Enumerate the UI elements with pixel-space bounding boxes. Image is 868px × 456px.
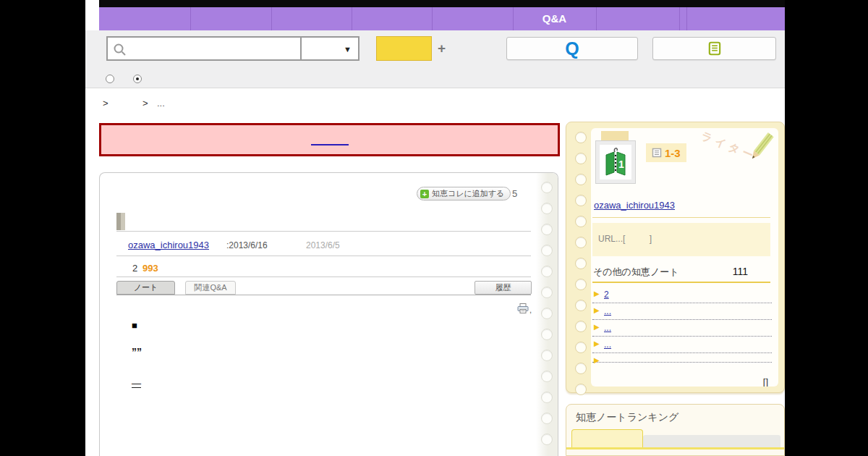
sidebar-username-link[interactable]: ozawa_ichirou1943 (594, 200, 675, 211)
ring-hole-icon (575, 363, 587, 374)
body-bullet-square: ■ (132, 320, 137, 331)
breadcrumb-separator: > (142, 98, 148, 109)
main-nav-bar: Q&A (99, 7, 785, 30)
note-count-badge: 1-3 (646, 143, 686, 162)
arrow-right-icon: ▶ (594, 339, 600, 347)
ring-hole-icon (541, 392, 553, 403)
view-count: 993 (142, 263, 158, 274)
note-link[interactable]: ... (604, 323, 611, 333)
updated-date: :2013/6/16 (226, 240, 268, 250)
sidebar-divider (592, 217, 770, 218)
url-text: URL...[ ] (598, 234, 652, 244)
qa-home-button[interactable]: Q (506, 37, 638, 60)
ring-hole-icon (541, 434, 553, 445)
ranking-title: 知恵ノートランキング (576, 411, 678, 424)
other-notes-list: ▶ 2 ▶ ... ▶ ... ▶ ... ▶ (592, 287, 772, 363)
nav-divider (686, 7, 687, 30)
pencil-icon (744, 130, 777, 167)
ring-hole-icon (541, 308, 553, 319)
ring-hole-icon (575, 279, 587, 290)
body-dash-link[interactable]: — (132, 378, 141, 389)
green-book-icon: 1 (601, 146, 630, 178)
other-notes-count: 111 (733, 266, 748, 277)
page-canvas: Q&A ▼ + Q (85, 0, 785, 456)
ring-hole-icon (541, 182, 553, 193)
search-submit-button[interactable] (376, 36, 432, 61)
divider-line (116, 276, 531, 277)
ranking-tab-inactive[interactable] (643, 435, 780, 447)
sidebar-accent-line (592, 282, 770, 283)
ring-hole-icon (575, 174, 587, 185)
ring-hole-icon (541, 287, 553, 298)
ring-hole-icon (541, 371, 553, 382)
ring-hole-icon (541, 224, 553, 235)
arrow-right-icon: ▶ (594, 323, 600, 331)
body-quote-marks: ”” (132, 346, 142, 358)
ranking-tab-underline (566, 447, 784, 449)
ring-hole-icon (575, 216, 587, 227)
author-note-sidebar: 1 1-3 ライター (566, 122, 785, 393)
ring-hole-icon (541, 329, 553, 340)
advanced-search-plus[interactable]: + (438, 36, 446, 61)
nav-divider (271, 7, 272, 30)
plus-icon: + (420, 190, 429, 198)
ranking-tab-active[interactable] (571, 429, 643, 447)
search-icon (113, 43, 127, 57)
ring-hole-icon (575, 237, 587, 248)
list-item: ▶ ... (592, 303, 772, 320)
ring-hole-icon (541, 203, 553, 214)
nav-divider (432, 7, 433, 30)
chiebukuro-q-logo-icon: Q (565, 38, 579, 59)
note-link[interactable]: ... (604, 306, 611, 316)
note-icon (707, 41, 723, 56)
nav-divider (352, 7, 352, 30)
ring-hole-icon (575, 384, 587, 395)
alert-link[interactable] (311, 143, 349, 145)
arrow-right-icon: ▶ (594, 306, 600, 314)
search-input[interactable] (108, 38, 300, 59)
divider-line (116, 231, 531, 232)
chie-note-button[interactable] (652, 37, 776, 60)
printer-suffix: , (529, 305, 532, 314)
history-button[interactable]: 履歴 (475, 281, 532, 295)
radio-option-1[interactable] (106, 75, 114, 83)
created-date: 2013/6/5 (306, 240, 340, 250)
nav-divider (190, 7, 191, 30)
tab-related-qa[interactable]: 関連Q&A (185, 281, 236, 295)
nav-tab-qa[interactable]: Q&A (513, 7, 596, 30)
radio-option-2[interactable] (133, 75, 142, 83)
avatar[interactable]: 1 (595, 140, 636, 184)
search-bar-group: ▼ (106, 36, 359, 61)
top-black-strip (99, 0, 785, 7)
add-to-collection-button[interactable]: + 知恵コレに追加する (417, 187, 511, 200)
note-link[interactable]: ... (604, 339, 611, 350)
breadcrumb-separator: > (103, 98, 109, 109)
author-link[interactable]: ozawa_ichirou1943 (128, 240, 209, 250)
collection-count: 5 (512, 188, 517, 199)
view-all-link[interactable]: [] (763, 376, 768, 387)
stat-count: 2 (132, 263, 137, 274)
search-scope-dropdown[interactable]: ▼ (302, 38, 358, 59)
arrow-right-icon: ▶ (594, 356, 600, 364)
ring-hole-icon (575, 321, 587, 332)
ring-hole-icon (541, 266, 553, 277)
list-item: ▶ 2 (592, 287, 772, 303)
ring-hole-icon (541, 350, 553, 361)
breadcrumb-current: ... (157, 98, 165, 109)
tab-baseline (116, 295, 531, 295)
ring-hole-icon (575, 153, 587, 164)
url-info-box: URL...[ ] (592, 223, 770, 256)
title-marker (116, 213, 125, 230)
ring-hole-icon (541, 413, 553, 424)
note-link[interactable]: 2 (604, 290, 609, 300)
printer-icon[interactable] (517, 303, 529, 313)
add-collection-label: 知恵コレに追加する (432, 188, 504, 199)
sidebar-ring-strip (575, 132, 587, 395)
search-header: ▼ + Q (85, 30, 785, 88)
note-ranking-section: 知恵ノートランキング (566, 404, 785, 456)
ring-hole-icon (575, 132, 587, 143)
arrow-right-icon: ▶ (594, 290, 600, 297)
tab-note[interactable]: ノート (116, 281, 175, 295)
ring-hole-icon (575, 195, 587, 206)
nav-divider (596, 7, 597, 30)
